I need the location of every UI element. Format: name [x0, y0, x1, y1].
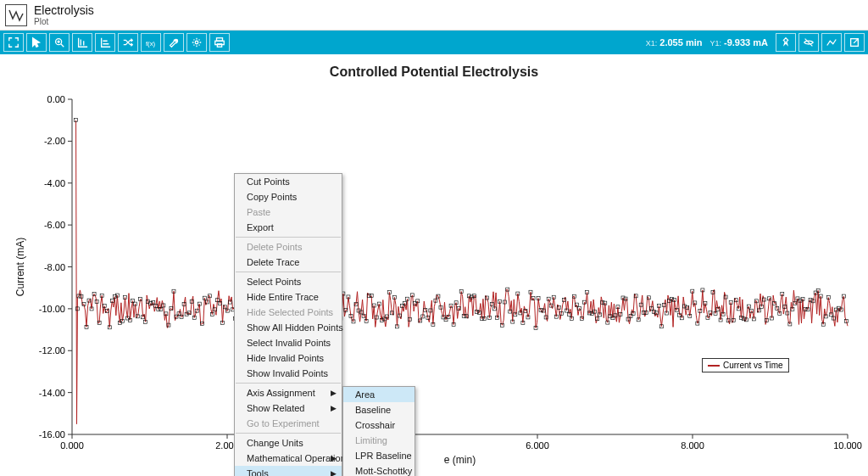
menu-item: Delete Points	[235, 239, 342, 255]
menu-item[interactable]: Hide Entire Trace	[235, 289, 342, 305]
gear-icon[interactable]	[186, 33, 207, 52]
menu-item[interactable]: Show Related▶	[235, 400, 342, 416]
axes-y-icon[interactable]	[72, 33, 92, 52]
legend-label: Current vs Time	[723, 361, 783, 370]
svg-text:-14.00: -14.00	[39, 388, 65, 398]
fit-icon[interactable]	[3, 33, 24, 52]
title-bar: Electrolysis Plot	[0, 0, 868, 31]
svg-text:e (min): e (min)	[444, 454, 476, 466]
submenu-item[interactable]: LPR Baseline	[343, 448, 415, 463]
readout-y: Y1: -9.933 mA	[709, 37, 768, 48]
svg-text:-6.00: -6.00	[44, 220, 65, 230]
hide-icon[interactable]	[798, 33, 819, 52]
wrench-icon[interactable]	[164, 33, 184, 52]
menu-item: Paste	[235, 204, 342, 220]
menu-item[interactable]: Cut Points	[235, 174, 342, 189]
zoom-icon[interactable]	[49, 33, 70, 52]
pin-icon[interactable]	[776, 33, 796, 52]
menu-item[interactable]: Export	[235, 220, 342, 235]
plot-logo-icon	[5, 4, 27, 26]
window-subtitle: Plot	[34, 17, 94, 26]
menu-item[interactable]: Hide Invalid Points	[235, 350, 342, 366]
menu-item[interactable]: Mathematical Operations▶	[235, 451, 342, 466]
chart-type-icon[interactable]	[821, 33, 842, 52]
svg-text:Current (mA): Current (mA)	[14, 238, 26, 296]
svg-point-2	[195, 41, 198, 44]
menu-item[interactable]: Show Invalid Points	[235, 366, 342, 381]
menu-item[interactable]: Copy Points	[235, 189, 342, 204]
context-submenu-tools[interactable]: AreaBaselineCrosshairLimitingLPR Baselin…	[342, 386, 415, 476]
submenu-item: Limiting	[343, 433, 415, 448]
svg-text:-8.00: -8.00	[44, 262, 65, 272]
menu-item[interactable]: Show All Hidden Points	[235, 320, 342, 335]
svg-text:f(x): f(x)	[146, 40, 156, 48]
svg-rect-5	[217, 44, 221, 48]
chart-svg[interactable]: 0.00-2.00-4.00-6.00-8.00-10.00-12.00-14.…	[0, 87, 868, 476]
legend-swatch	[708, 365, 720, 367]
title-text: Electrolysis Plot	[34, 3, 94, 26]
axes-x-icon[interactable]	[95, 33, 115, 52]
svg-text:-10.00: -10.00	[39, 304, 65, 314]
svg-text:0.000: 0.000	[60, 440, 84, 451]
svg-text:-2.00: -2.00	[44, 136, 65, 146]
submenu-item[interactable]: Area	[343, 387, 415, 402]
fx-icon[interactable]: f(x)	[141, 33, 161, 52]
print-icon[interactable]	[209, 33, 230, 52]
svg-text:-16.00: -16.00	[39, 429, 65, 440]
menu-item[interactable]: Change Units	[235, 435, 342, 451]
menu-item[interactable]: Delete Trace	[235, 255, 342, 270]
menu-item[interactable]: Select Points	[235, 274, 342, 289]
toolbar: f(x) X1: 2.055 min Y1: -9.933 mA	[0, 31, 868, 54]
popout-icon[interactable]	[844, 33, 865, 52]
legend[interactable]: Current vs Time	[702, 358, 789, 372]
pointer-icon[interactable]	[26, 33, 47, 52]
window-title: Electrolysis	[34, 3, 94, 17]
svg-text:0.00: 0.00	[47, 94, 65, 104]
plot-area: Controlled Potential Electrolysis 0.00-2…	[0, 54, 868, 476]
menu-item[interactable]: Select Invalid Points	[235, 335, 342, 350]
svg-text:6.000: 6.000	[526, 440, 549, 451]
readout-x: X1: 2.055 min	[646, 37, 703, 48]
svg-text:10.000: 10.000	[833, 440, 862, 451]
svg-text:8.000: 8.000	[681, 440, 704, 451]
menu-item: Hide Selected Points	[235, 305, 342, 320]
submenu-item[interactable]: Crosshair	[343, 417, 415, 433]
menu-item[interactable]: Axis Assignment▶	[235, 385, 342, 400]
svg-text:-12.00: -12.00	[39, 345, 65, 356]
menu-item[interactable]: Tools▶	[235, 466, 342, 476]
submenu-item[interactable]: Mott-Schottky	[343, 463, 415, 476]
context-menu[interactable]: Cut PointsCopy PointsPasteExportDelete P…	[234, 173, 342, 476]
menu-item: Go to Experiment	[235, 416, 342, 431]
submenu-item[interactable]: Baseline	[343, 402, 415, 417]
svg-text:-4.00: -4.00	[44, 178, 65, 188]
chart-title: Controlled Potential Electrolysis	[0, 54, 868, 80]
shuffle-icon[interactable]	[118, 33, 138, 52]
